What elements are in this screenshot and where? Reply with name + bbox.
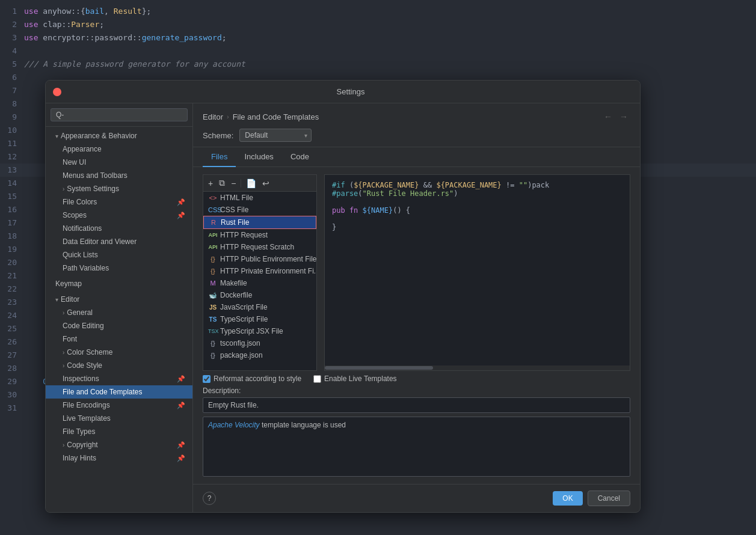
sidebar-item-scopes[interactable]: Scopes 📌 (46, 209, 192, 222)
sidebar-item-color-scheme[interactable]: › Color Scheme (46, 346, 192, 359)
file-item-http-public-env[interactable]: {} HTTP Public Environment File (203, 253, 316, 265)
content-main: + ⧉ − 📄 ↩ <> HTML File (193, 167, 640, 484)
code-line-1: 1 use anyhow::{bail, Result}; (0, 5, 756, 18)
chevron-right-code-style: › (63, 362, 64, 369)
sidebar-item-appearance[interactable]: Appearance (46, 142, 192, 156)
pin-icon-inspections: 📌 (177, 375, 185, 383)
copy-template-button[interactable]: ⧉ (217, 177, 227, 189)
pin-icon-inlay: 📌 (177, 454, 185, 462)
sidebar-item-code-style[interactable]: › Code Style (46, 359, 192, 372)
breadcrumb-separator: › (227, 113, 229, 120)
file-item-ts[interactable]: TS TypeScript File (203, 313, 316, 325)
remove-template-button[interactable]: − (229, 177, 238, 189)
pin-icon: 📌 (177, 198, 185, 206)
reset-template-button[interactable]: ↩ (260, 177, 272, 189)
sidebar-item-path-variables[interactable]: Path Variables (46, 261, 192, 275)
move-template-button[interactable]: 📄 (244, 177, 259, 189)
sidebar-item-keymap[interactable]: Keymap (46, 277, 192, 290)
package-json-icon: {} (208, 352, 218, 359)
file-item-rust[interactable]: R Rust File (203, 216, 316, 229)
scheme-select[interactable]: Default Project (239, 129, 312, 142)
file-item-dockerfile[interactable]: 🐋 Dockerfile (203, 289, 316, 301)
reformat-checkbox[interactable] (203, 375, 211, 383)
file-item-http-scratch[interactable]: API HTTP Request Scratch (203, 241, 316, 253)
scheme-label: Scheme: (203, 131, 233, 140)
settings-dialog: Settings ▾ Appearance & Behavior Appeara… (45, 80, 641, 513)
code-line-4: 4 (0, 44, 756, 58)
breadcrumb: Editor › File and Code Templates ← → (203, 111, 630, 123)
sidebar-item-menus-toolbars[interactable]: Menus and Toolbars (46, 169, 192, 182)
dialog-titlebar: Settings (46, 81, 640, 103)
file-item-http-private-env[interactable]: {} HTTP Private Environment Fi... (203, 265, 316, 277)
sidebar-item-data-editor[interactable]: Data Editor and Viewer (46, 235, 192, 248)
file-list-toolbar: + ⧉ − 📄 ↩ (203, 175, 316, 192)
tab-code[interactable]: Code (282, 147, 318, 167)
search-input[interactable] (51, 108, 188, 121)
live-templates-checkbox[interactable] (313, 375, 321, 383)
http-public-env-icon: {} (208, 255, 218, 263)
css-file-icon: CSS (208, 206, 218, 213)
code-preview-content[interactable]: #if (${PACKAGE_NAME} && ${PACKAGE_NAME} … (325, 175, 630, 365)
settings-content: Editor › File and Code Templates ← → Sch… (193, 103, 640, 512)
sidebar-item-notifications[interactable]: Notifications (46, 222, 192, 235)
add-template-button[interactable]: + (206, 177, 215, 189)
chevron-right-icon: › (63, 186, 64, 192)
description-body: Apache Velocity template language is use… (203, 417, 630, 477)
code-line-5: 5 /// A simple password generator for an… (0, 58, 756, 71)
scheme-row: Scheme: Default Project ▾ (203, 129, 630, 142)
nav-back-button[interactable]: ← (601, 111, 615, 123)
close-button[interactable] (53, 88, 61, 96)
sidebar-item-file-types[interactable]: File Types (46, 425, 192, 438)
file-item-tsx[interactable]: TSX TypeScript JSX File (203, 325, 316, 337)
sidebar-section-header-editor[interactable]: ▾ Editor (46, 293, 192, 306)
api-scratch-icon: API (208, 244, 218, 250)
makefile-icon: M (208, 280, 218, 287)
file-item-css[interactable]: CSS CSS File (203, 204, 316, 216)
sidebar-item-quick-lists[interactable]: Quick Lists (46, 248, 192, 261)
ok-button[interactable]: OK (553, 491, 582, 506)
horizontal-scrollbar[interactable] (325, 365, 630, 370)
sidebar-item-new-ui[interactable]: New UI (46, 156, 192, 169)
code-preview-panel: #if (${PACKAGE_NAME} && ${PACKAGE_NAME} … (324, 174, 630, 371)
file-item-tsconfig[interactable]: {} tsconfig.json (203, 337, 316, 349)
sidebar-item-code-editing[interactable]: Code Editing (46, 319, 192, 332)
sidebar-item-inlay-hints[interactable]: Inlay Hints 📌 (46, 451, 192, 465)
file-item-makefile[interactable]: M Makefile (203, 277, 316, 289)
file-item-js[interactable]: JS JavaScript File (203, 301, 316, 313)
dialog-body: ▾ Appearance & Behavior Appearance New U… (46, 103, 640, 512)
nav-forward-button[interactable]: → (617, 111, 630, 123)
chevron-down-icon: ▾ (55, 133, 58, 139)
help-button[interactable]: ? (203, 492, 216, 505)
file-item-package-json[interactable]: {} package.json (203, 349, 316, 361)
sidebar-item-copyright[interactable]: › Copyright 📌 (46, 438, 192, 451)
sidebar-item-file-code-templates[interactable]: File and Code Templates (46, 385, 192, 399)
live-templates-checkbox-label[interactable]: Enable Live Templates (313, 374, 397, 383)
sidebar-item-system-settings[interactable]: › System Settings (46, 182, 192, 195)
dockerfile-icon: 🐋 (208, 292, 218, 299)
file-item-html[interactable]: <> HTML File (203, 192, 316, 204)
sidebar-item-general[interactable]: › General (46, 306, 192, 319)
sidebar-item-font[interactable]: Font (46, 332, 192, 346)
http-private-env-icon: {} (208, 268, 218, 275)
tab-includes[interactable]: Includes (236, 147, 281, 167)
sidebar-item-inspections[interactable]: Inspections 📌 (46, 372, 192, 385)
sidebar-item-file-encodings[interactable]: File Encodings 📌 (46, 399, 192, 412)
search-box (46, 103, 192, 127)
scrollbar-thumb[interactable] (325, 366, 433, 370)
reformat-checkbox-label[interactable]: Reformat according to style (203, 374, 301, 383)
description-input[interactable] (203, 397, 630, 413)
breadcrumb-part1: Editor (203, 112, 223, 121)
template-area: + ⧉ − 📄 ↩ <> HTML File (203, 174, 630, 371)
dialog-title: Settings (69, 87, 633, 96)
chevron-right-general: › (63, 310, 64, 316)
sidebar-item-file-colors[interactable]: File Colors 📌 (46, 195, 192, 209)
tsconfig-icon: {} (208, 340, 218, 347)
description-section: Description: Apache Velocity template la… (203, 387, 630, 477)
code-line-3: 3 use encryptor::password::generate_pass… (0, 31, 756, 44)
cancel-button[interactable]: Cancel (588, 491, 630, 506)
sidebar-section-header-appearance[interactable]: ▾ Appearance & Behavior (46, 129, 192, 142)
tabs-bar: Files Includes Code (193, 147, 640, 167)
file-item-http-request[interactable]: API HTTP Request (203, 229, 316, 241)
tab-files[interactable]: Files (203, 147, 236, 167)
sidebar-item-live-templates[interactable]: Live Templates (46, 412, 192, 425)
